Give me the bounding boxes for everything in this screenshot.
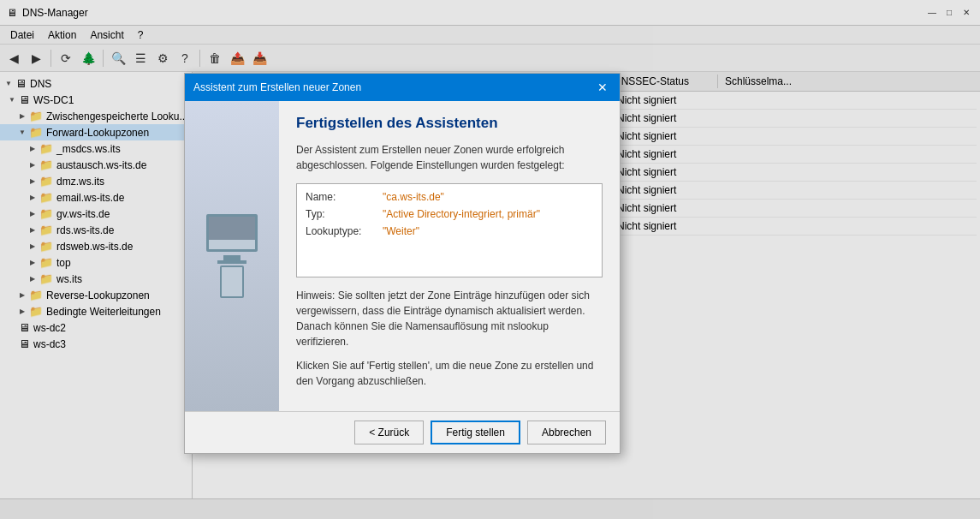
info-type-value: "Active Directory-integriert, primär" <box>383 208 540 220</box>
dialog-intro-text: Der Assistent zum Erstellen neuer Zonen … <box>296 142 603 173</box>
info-row-lookup: Lookuptype: "Weiter" <box>306 225 593 237</box>
info-lookup-value: "Weiter" <box>383 225 419 237</box>
info-type-label: Typ: <box>306 208 383 220</box>
dialog-buttons: < Zurück Fertig stellen Abbrechen <box>185 411 620 453</box>
monitor-graphic <box>206 214 258 252</box>
dialog-title-text: Assistent zum Erstellen neuer Zonen <box>193 81 361 93</box>
info-row-type: Typ: "Active Directory-integriert, primä… <box>306 208 593 220</box>
dialog-body: Fertigstellen des Assistenten Der Assist… <box>185 101 620 411</box>
dialog-content-area: Fertigstellen des Assistenten Der Assist… <box>279 101 620 411</box>
monitor-base <box>217 260 246 264</box>
dialog-info-box: Name: "ca.ws-its.de" Typ: "Active Direct… <box>296 183 603 277</box>
tower-graphic <box>220 265 244 298</box>
info-name-value: "ca.ws-its.de" <box>383 191 444 203</box>
dialog-overlay: Assistent zum Erstellen neuer Zonen ✕ Fe… <box>0 0 980 519</box>
back-button[interactable]: < Zurück <box>354 421 424 444</box>
dialog-title-bar: Assistent zum Erstellen neuer Zonen ✕ <box>185 74 620 101</box>
dialog-heading: Fertigstellen des Assistenten <box>296 115 603 132</box>
info-name-label: Name: <box>306 191 383 203</box>
info-lookup-label: Lookuptype: <box>306 225 383 237</box>
finish-button[interactable]: Fertig stellen <box>431 421 520 444</box>
cancel-button[interactable]: Abbrechen <box>527 421 606 444</box>
dialog: Assistent zum Erstellen neuer Zonen ✕ Fe… <box>184 73 621 454</box>
dialog-note: Hinweis: Sie sollten jetzt der Zone Eint… <box>296 288 603 349</box>
server-illustration <box>206 214 258 298</box>
dialog-footer-note: Klicken Sie auf 'Fertig stellen', um die… <box>296 358 603 389</box>
info-row-name: Name: "ca.ws-its.de" <box>306 191 593 203</box>
dialog-sidebar <box>185 101 279 411</box>
monitor-screen <box>209 217 255 240</box>
dialog-close-button[interactable]: ✕ <box>594 79 611 96</box>
